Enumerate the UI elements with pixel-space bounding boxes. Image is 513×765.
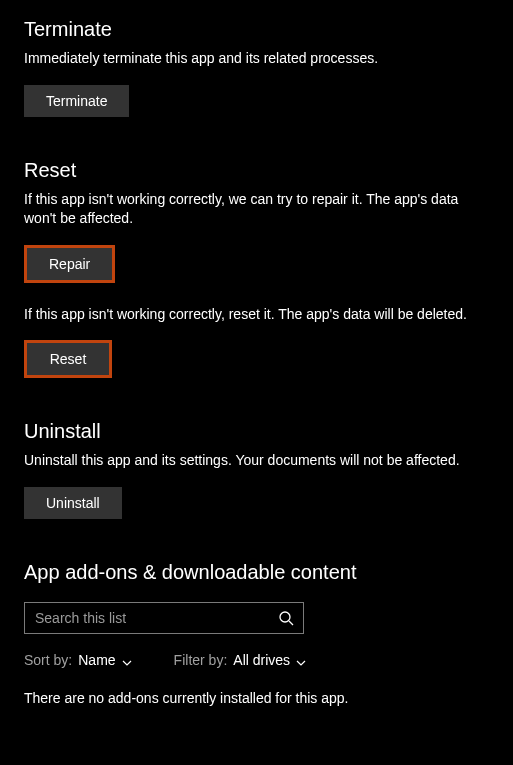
addons-heading: App add-ons & downloadable content <box>24 561 489 584</box>
uninstall-button[interactable]: Uninstall <box>24 487 122 519</box>
sort-label: Sort by: <box>24 652 72 668</box>
filter-value: All drives <box>233 652 290 668</box>
filter-row: Sort by: Name Filter by: All drives <box>24 652 489 668</box>
sort-by-dropdown[interactable]: Sort by: Name <box>24 652 132 668</box>
terminate-heading: Terminate <box>24 18 489 41</box>
terminate-section: Terminate Immediately terminate this app… <box>24 18 489 117</box>
terminate-button[interactable]: Terminate <box>24 85 129 117</box>
reset-button[interactable]: Reset <box>24 340 112 378</box>
chevron-down-icon <box>296 655 306 665</box>
repair-button[interactable]: Repair <box>24 245 115 283</box>
addons-section: App add-ons & downloadable content Sort … <box>24 561 489 706</box>
reset-section: Reset If this app isn't working correctl… <box>24 159 489 379</box>
search-input[interactable] <box>24 602 304 634</box>
reset-desc: If this app isn't working correctly, res… <box>24 305 489 325</box>
terminate-desc: Immediately terminate this app and its r… <box>24 49 489 69</box>
reset-heading: Reset <box>24 159 489 182</box>
repair-desc: If this app isn't working correctly, we … <box>24 190 489 229</box>
uninstall-desc: Uninstall this app and its settings. You… <box>24 451 489 471</box>
chevron-down-icon <box>122 655 132 665</box>
search-wrap <box>24 602 304 634</box>
uninstall-section: Uninstall Uninstall this app and its set… <box>24 420 489 519</box>
sort-value: Name <box>78 652 115 668</box>
addons-empty-message: There are no add-ons currently installed… <box>24 690 489 706</box>
uninstall-heading: Uninstall <box>24 420 489 443</box>
filter-by-dropdown[interactable]: Filter by: All drives <box>174 652 306 668</box>
filter-label: Filter by: <box>174 652 228 668</box>
